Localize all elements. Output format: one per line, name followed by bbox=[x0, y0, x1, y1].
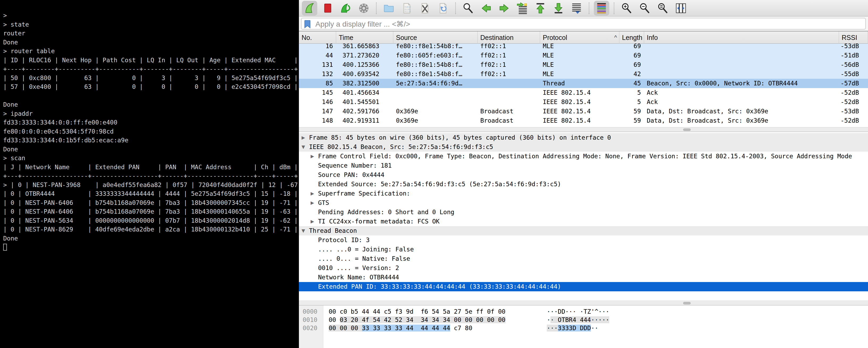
splitter-handle[interactable] bbox=[683, 128, 691, 131]
capture-restart-button[interactable] bbox=[338, 1, 353, 16]
zoom-original-button[interactable] bbox=[655, 1, 671, 16]
detail-row[interactable]: Protocol ID: 3 bbox=[299, 235, 868, 245]
hex-bytes[interactable]: ·· bbox=[591, 325, 598, 331]
capture-stop-button[interactable] bbox=[320, 1, 335, 16]
detail-row[interactable]: .... 0... = Native: False bbox=[299, 254, 868, 263]
hex-bytes[interactable]: 00 c0 b5 44 44 c5 f3 9d f6 54 5a 27 5e f… bbox=[329, 308, 505, 315]
file-save-button[interactable] bbox=[399, 1, 414, 16]
hex-field-bytes[interactable]: 03 20 4f 54 42 52 34 34 34 34 00 00 00 0… bbox=[340, 316, 505, 323]
go-to-packet-button[interactable] bbox=[515, 1, 530, 16]
hex-ascii-area[interactable]: ···3333D DDD·· bbox=[547, 324, 598, 332]
hex-selected-bytes[interactable]: 3333D DDD bbox=[558, 325, 591, 331]
hex-field-bytes[interactable]: · OTBR4 444····· bbox=[551, 316, 610, 323]
go-bottom-button[interactable] bbox=[551, 1, 566, 16]
details-splitter[interactable] bbox=[299, 301, 868, 306]
zoom-out-button[interactable] bbox=[637, 1, 652, 16]
hex-row-0020[interactable]: 002000 00 00 33 33 33 33 44 44 44 44 c7 … bbox=[299, 324, 868, 332]
hex-byte-area[interactable]: 00 03 20 4f 54 42 52 34 34 34 34 00 00 0… bbox=[329, 316, 505, 324]
detail-row[interactable]: ▼Thread Beacon bbox=[299, 226, 868, 235]
detail-row[interactable]: Network Name: OTBR4444 bbox=[299, 273, 868, 282]
packet-row-145[interactable]: 145401.456634IEEE 802.15.45Ack-52dB bbox=[299, 88, 868, 97]
detail-row[interactable]: ▶GTS bbox=[299, 198, 868, 207]
detail-row[interactable]: ▶Frame Control Field: 0xc000, Frame Type… bbox=[299, 152, 868, 161]
hex-ascii-area[interactable]: ·· OTBR4 444····· bbox=[547, 316, 609, 324]
hex-field-bytes[interactable]: 00 00 00 bbox=[329, 325, 362, 331]
hex-ascii-area[interactable]: ···DD··· ·TZ'^··· bbox=[547, 308, 609, 316]
detail-row-text: Extended Source: 5e:27:5a:54:f6:9d:f3:c5… bbox=[318, 180, 561, 189]
column-header-info[interactable]: Info bbox=[644, 31, 839, 44]
go-top-icon bbox=[534, 2, 547, 14]
capture-start-button[interactable] bbox=[302, 1, 317, 16]
display-filter-input[interactable]: Apply a display filter ... <⌘/> bbox=[301, 18, 866, 30]
detail-row[interactable]: Extended Source: 5e:27:5a:54:f6:9d:f3:c5… bbox=[299, 180, 868, 189]
hex-offset: 0020 bbox=[303, 324, 317, 332]
column-header-destination[interactable]: Destination bbox=[477, 31, 540, 44]
detail-row[interactable]: ▼IEEE 802.15.4 Beacon, Src: 5e:27:5a:54:… bbox=[299, 142, 868, 152]
detail-row-selected[interactable]: Extended PAN ID: 33:33:33:33:44:44:44:44… bbox=[299, 282, 868, 291]
capture-options-button[interactable] bbox=[356, 1, 372, 16]
cell-destination: ff02::1 bbox=[477, 51, 540, 60]
zoom-out-icon bbox=[639, 2, 651, 14]
packet-row-148[interactable]: 148402.9193110x369eBroadcastIEEE 802.15.… bbox=[299, 116, 868, 125]
bookmark-icon[interactable] bbox=[304, 20, 311, 28]
hex-byte-area[interactable]: 00 00 00 33 33 33 33 44 44 44 44 c7 80 bbox=[329, 324, 472, 332]
column-header-length[interactable]: Length bbox=[619, 31, 644, 44]
packet-row-147[interactable]: 147402.5917660x369eBroadcastIEEE 802.15.… bbox=[299, 107, 868, 116]
hex-row-0010[interactable]: 001000 03 20 4f 54 42 52 34 34 34 34 00 … bbox=[299, 316, 868, 324]
autoscroll-button[interactable] bbox=[569, 1, 584, 16]
colorize-button[interactable] bbox=[594, 1, 609, 16]
zoom-in-button[interactable] bbox=[619, 1, 634, 16]
hex-field-bytes[interactable]: ··· bbox=[547, 325, 558, 331]
expanded-arrow-icon[interactable]: ▼ bbox=[302, 142, 305, 152]
column-header-rssi[interactable]: RSSI bbox=[839, 31, 868, 44]
column-header-no[interactable]: No. bbox=[299, 31, 336, 44]
hex-bytes[interactable]: ···DD··· ·TZ'^··· bbox=[547, 308, 609, 315]
column-header-source[interactable]: Source bbox=[393, 31, 477, 44]
packet-row-132[interactable]: 132400.693542fe80::f8e1:54b8:f…ff02::1ML… bbox=[299, 69, 868, 79]
column-header-protocol[interactable]: Protocol^ bbox=[540, 31, 619, 44]
collapsed-arrow-icon[interactable]: ▶ bbox=[311, 189, 314, 198]
go-back-button[interactable] bbox=[478, 1, 494, 16]
collapsed-arrow-icon[interactable]: ▶ bbox=[311, 198, 314, 207]
openthread-cli-terminal[interactable]: > > state router Done > router table | I… bbox=[0, 0, 299, 348]
column-header-label: Info bbox=[647, 34, 658, 41]
cell-time: 401.456634 bbox=[336, 88, 393, 97]
detail-row[interactable]: Source PAN: 0x4444 bbox=[299, 170, 868, 180]
collapsed-arrow-icon[interactable]: ▶ bbox=[302, 133, 305, 142]
packet-row-85[interactable]: 85382.3125005e:27:5a:54:f6:9d…Thread45Be… bbox=[299, 79, 868, 88]
packet-row-16[interactable]: 16361.665863fe80::f8e1:54b8:f…ff02::1MLE… bbox=[299, 44, 868, 51]
hex-row-0000[interactable]: 000000 c0 b5 44 44 c5 f3 9d f6 54 5a 27 … bbox=[299, 308, 868, 316]
packet-row-44[interactable]: 44371.273620fe80::605f:e603:f…ff02::1MLE… bbox=[299, 51, 868, 60]
cell-destination: ff02::1 bbox=[477, 69, 540, 79]
detail-row[interactable]: ▶TI CC24xx-format metadata: FCS OK bbox=[299, 217, 868, 226]
hex-bytes[interactable]: 00 bbox=[329, 316, 340, 323]
hex-bytes[interactable]: c7 80 bbox=[450, 325, 472, 331]
reload-button[interactable] bbox=[435, 1, 451, 16]
file-open-button[interactable] bbox=[381, 1, 397, 16]
hex-selected-bytes[interactable]: 33 33 33 33 44 44 44 44 bbox=[362, 325, 450, 331]
expanded-arrow-icon[interactable]: ▼ bbox=[302, 226, 305, 235]
go-forward-button[interactable] bbox=[496, 1, 512, 16]
packet-row-131[interactable]: 131400.125366fe80::f8e1:54b8:f…ff02::1ML… bbox=[299, 60, 868, 69]
packet-bytes-pane[interactable]: 000000 c0 b5 44 44 c5 f3 9d f6 54 5a 27 … bbox=[299, 306, 868, 348]
detail-row[interactable]: 0010 .... = Version: 2 bbox=[299, 263, 868, 273]
find-packet-button[interactable] bbox=[460, 1, 476, 16]
detail-row[interactable]: ▶Frame 85: 45 bytes on wire (360 bits), … bbox=[299, 133, 868, 142]
file-close-button[interactable] bbox=[417, 1, 433, 16]
packet-row-146[interactable]: 146401.545501IEEE 802.15.45Ack-52dB bbox=[299, 97, 868, 107]
detail-row[interactable]: Pending Addresses: 0 Short and 0 Long bbox=[299, 207, 868, 217]
detail-row[interactable]: ▶Superframe Specification: bbox=[299, 189, 868, 198]
resize-columns-button[interactable] bbox=[673, 1, 688, 16]
splitter-handle[interactable] bbox=[683, 302, 691, 304]
collapsed-arrow-icon[interactable]: ▶ bbox=[311, 152, 314, 161]
go-top-button[interactable] bbox=[533, 1, 548, 16]
packet-list-splitter[interactable] bbox=[299, 127, 868, 132]
hex-bytes[interactable]: · bbox=[547, 316, 551, 323]
column-header-time[interactable]: Time bbox=[336, 31, 393, 44]
collapsed-arrow-icon[interactable]: ▶ bbox=[311, 217, 314, 226]
cell-protocol: MLE bbox=[540, 60, 619, 69]
detail-row[interactable]: .... ...0 = Joining: False bbox=[299, 245, 868, 254]
hex-byte-area[interactable]: 00 c0 b5 44 44 c5 f3 9d f6 54 5a 27 5e f… bbox=[329, 308, 505, 316]
detail-row[interactable]: Sequence Number: 181 bbox=[299, 161, 868, 170]
detail-row-text: Extended PAN ID: 33:33:33:33:44:44:44:44… bbox=[318, 282, 561, 291]
